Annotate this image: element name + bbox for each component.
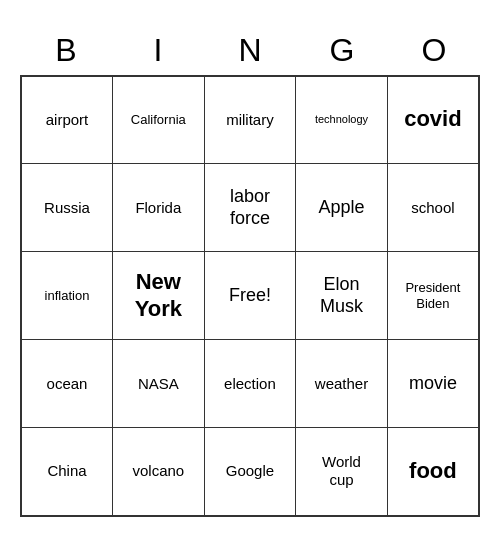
cell-text: election xyxy=(209,375,292,393)
bingo-header: BINGO xyxy=(20,28,480,73)
bingo-cell: PresidentBiden xyxy=(387,252,479,340)
cell-text: California xyxy=(117,112,200,128)
bingo-cell: Apple xyxy=(296,164,388,252)
header-letter: O xyxy=(388,28,480,73)
cell-text: NASA xyxy=(117,375,200,393)
bingo-cell: Worldcup xyxy=(296,428,388,516)
bingo-cell: Russia xyxy=(21,164,113,252)
bingo-cell: NASA xyxy=(113,340,205,428)
cell-text: Florida xyxy=(117,199,200,217)
bingo-cell: laborforce xyxy=(204,164,296,252)
cell-text: volcano xyxy=(117,462,200,480)
cell-text: covid xyxy=(392,106,474,132)
bingo-cell: inflation xyxy=(21,252,113,340)
bingo-cell: ocean xyxy=(21,340,113,428)
header-letter: N xyxy=(204,28,296,73)
cell-text: military xyxy=(209,111,292,129)
bingo-cell: weather xyxy=(296,340,388,428)
table-row: airportCaliforniamilitarytechnologycovid xyxy=(21,76,479,164)
header-letter: I xyxy=(112,28,204,73)
header-letter: G xyxy=(296,28,388,73)
cell-text: Google xyxy=(209,462,292,480)
bingo-cell: school xyxy=(387,164,479,252)
cell-text: Russia xyxy=(26,199,108,217)
table-row: inflationNewYorkFree!ElonMuskPresidentBi… xyxy=(21,252,479,340)
cell-text: NewYork xyxy=(117,269,200,322)
bingo-cell: movie xyxy=(387,340,479,428)
bingo-cell: volcano xyxy=(113,428,205,516)
cell-text: Apple xyxy=(300,197,383,219)
cell-text: laborforce xyxy=(209,186,292,229)
cell-text: movie xyxy=(392,373,474,395)
cell-text: Free! xyxy=(209,285,292,307)
cell-text: ocean xyxy=(26,375,108,393)
cell-text: airport xyxy=(26,111,108,129)
bingo-card: BINGO airportCaliforniamilitarytechnolog… xyxy=(20,28,480,517)
header-letter: B xyxy=(20,28,112,73)
cell-text: technology xyxy=(300,113,383,126)
cell-text: PresidentBiden xyxy=(392,280,474,311)
cell-text: ElonMusk xyxy=(300,274,383,317)
bingo-cell: food xyxy=(387,428,479,516)
bingo-grid: airportCaliforniamilitarytechnologycovid… xyxy=(20,75,480,517)
table-row: ChinavolcanoGoogleWorldcupfood xyxy=(21,428,479,516)
cell-text: China xyxy=(26,462,108,480)
bingo-cell: California xyxy=(113,76,205,164)
bingo-cell: technology xyxy=(296,76,388,164)
bingo-cell: ElonMusk xyxy=(296,252,388,340)
bingo-cell: election xyxy=(204,340,296,428)
bingo-cell: NewYork xyxy=(113,252,205,340)
bingo-cell: Florida xyxy=(113,164,205,252)
cell-text: Worldcup xyxy=(300,453,383,489)
bingo-cell: covid xyxy=(387,76,479,164)
bingo-cell: Google xyxy=(204,428,296,516)
bingo-cell: airport xyxy=(21,76,113,164)
cell-text: school xyxy=(392,199,474,217)
cell-text: inflation xyxy=(26,288,108,304)
table-row: oceanNASAelectionweathermovie xyxy=(21,340,479,428)
bingo-cell: China xyxy=(21,428,113,516)
bingo-cell: Free! xyxy=(204,252,296,340)
cell-text: food xyxy=(392,458,474,484)
table-row: RussiaFloridalaborforceAppleschool xyxy=(21,164,479,252)
cell-text: weather xyxy=(300,375,383,393)
bingo-cell: military xyxy=(204,76,296,164)
